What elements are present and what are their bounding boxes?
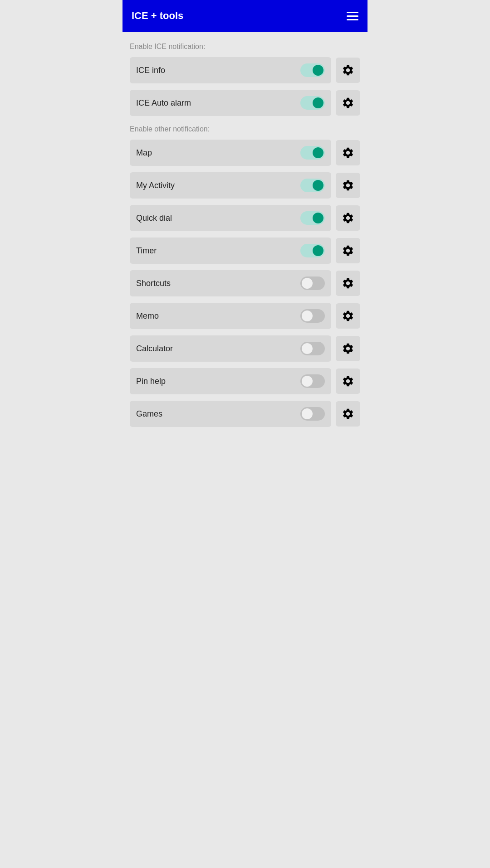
games-thumb bbox=[302, 408, 313, 419]
ice-auto-alarm-settings-button[interactable] bbox=[336, 90, 360, 116]
hamburger-line-3 bbox=[347, 19, 358, 20]
quick-dial-toggle[interactable] bbox=[300, 211, 325, 225]
timer-gear-icon bbox=[342, 244, 354, 257]
calculator-toggle[interactable] bbox=[300, 342, 325, 355]
my-activity-settings-button[interactable] bbox=[336, 173, 360, 198]
map-toggle[interactable] bbox=[300, 146, 325, 160]
calculator-gear-icon bbox=[342, 342, 354, 355]
ice-info-row: ICE info bbox=[130, 57, 360, 83]
my-activity-toggle[interactable] bbox=[300, 179, 325, 192]
my-activity-label: My Activity bbox=[136, 181, 175, 190]
calculator-thumb bbox=[302, 343, 313, 354]
menu-button[interactable] bbox=[347, 12, 358, 20]
timer-label: Timer bbox=[136, 246, 157, 256]
my-activity-row: My Activity bbox=[130, 172, 360, 199]
pin-help-settings-button[interactable] bbox=[336, 369, 360, 394]
ice-notification-label: Enable ICE notification: bbox=[130, 43, 360, 51]
timer-settings-button[interactable] bbox=[336, 238, 360, 263]
memo-track bbox=[300, 309, 325, 323]
memo-row: Memo bbox=[130, 303, 360, 329]
map-settings-button[interactable] bbox=[336, 140, 360, 165]
timer-thumb bbox=[313, 245, 323, 256]
header: ICE + tools bbox=[122, 0, 368, 32]
pin-help-row: Pin help bbox=[130, 368, 360, 394]
app-container: ICE + tools Enable ICE notification: ICE… bbox=[122, 0, 368, 442]
calculator-track bbox=[300, 342, 325, 355]
calculator-label: Calculator bbox=[136, 344, 173, 354]
my-activity-thumb bbox=[313, 180, 323, 191]
map-thumb bbox=[313, 147, 323, 158]
map-track bbox=[300, 146, 325, 160]
ice-info-gear-icon bbox=[342, 64, 354, 77]
games-toggle[interactable] bbox=[300, 407, 325, 421]
pin-help-toggle[interactable] bbox=[300, 374, 325, 388]
ice-info-track bbox=[300, 63, 325, 77]
content-area: Enable ICE notification: ICE info bbox=[122, 32, 368, 442]
map-label: Map bbox=[136, 148, 152, 158]
pin-help-label: Pin help bbox=[136, 377, 166, 386]
my-activity-track bbox=[300, 179, 325, 192]
ice-auto-alarm-row: ICE Auto alarm bbox=[130, 90, 360, 116]
shortcuts-gear-icon bbox=[342, 277, 354, 290]
quick-dial-row: Quick dial bbox=[130, 205, 360, 231]
quick-dial-toggle-row: Quick dial bbox=[130, 205, 331, 231]
memo-label: Memo bbox=[136, 311, 159, 321]
map-row: Map bbox=[130, 140, 360, 166]
map-toggle-row: Map bbox=[130, 140, 331, 166]
memo-thumb bbox=[302, 310, 313, 321]
pin-help-toggle-row: Pin help bbox=[130, 368, 331, 394]
ice-info-settings-button[interactable] bbox=[336, 58, 360, 83]
hamburger-line-2 bbox=[347, 15, 358, 17]
shortcuts-toggle[interactable] bbox=[300, 276, 325, 290]
my-activity-toggle-row: My Activity bbox=[130, 172, 331, 199]
shortcuts-toggle-row: Shortcuts bbox=[130, 270, 331, 296]
ice-auto-alarm-gear-icon bbox=[342, 97, 354, 109]
map-gear-icon bbox=[342, 146, 354, 159]
quick-dial-label: Quick dial bbox=[136, 213, 172, 223]
ice-auto-alarm-toggle-row: ICE Auto alarm bbox=[130, 90, 331, 116]
quick-dial-settings-button[interactable] bbox=[336, 205, 360, 231]
hamburger-line-1 bbox=[347, 12, 358, 13]
games-gear-icon bbox=[342, 407, 354, 420]
games-toggle-row: Games bbox=[130, 401, 331, 427]
pin-help-thumb bbox=[302, 376, 313, 387]
ice-auto-alarm-track bbox=[300, 96, 325, 110]
timer-row: Timer bbox=[130, 238, 360, 264]
ice-info-toggle-row: ICE info bbox=[130, 57, 331, 83]
calculator-settings-button[interactable] bbox=[336, 336, 360, 361]
memo-gear-icon bbox=[342, 310, 354, 322]
quick-dial-thumb bbox=[313, 213, 323, 223]
app-title: ICE + tools bbox=[132, 10, 183, 22]
ice-auto-alarm-label: ICE Auto alarm bbox=[136, 98, 191, 108]
games-label: Games bbox=[136, 409, 162, 419]
ice-info-thumb bbox=[313, 65, 323, 76]
games-track bbox=[300, 407, 325, 421]
timer-track bbox=[300, 244, 325, 257]
memo-toggle[interactable] bbox=[300, 309, 325, 323]
my-activity-gear-icon bbox=[342, 179, 354, 192]
ice-auto-alarm-thumb bbox=[313, 97, 323, 108]
pin-help-track bbox=[300, 374, 325, 388]
shortcuts-label: Shortcuts bbox=[136, 279, 171, 288]
ice-info-toggle[interactable] bbox=[300, 63, 325, 77]
ice-info-label: ICE info bbox=[136, 66, 165, 75]
memo-toggle-row: Memo bbox=[130, 303, 331, 329]
calculator-toggle-row: Calculator bbox=[130, 335, 331, 362]
pin-help-gear-icon bbox=[342, 375, 354, 388]
quick-dial-track bbox=[300, 211, 325, 225]
ice-auto-alarm-toggle[interactable] bbox=[300, 96, 325, 110]
games-row: Games bbox=[130, 401, 360, 427]
calculator-row: Calculator bbox=[130, 335, 360, 362]
shortcuts-track bbox=[300, 276, 325, 290]
timer-toggle[interactable] bbox=[300, 244, 325, 257]
timer-toggle-row: Timer bbox=[130, 238, 331, 264]
other-notification-label: Enable other notification: bbox=[130, 125, 360, 133]
shortcuts-row: Shortcuts bbox=[130, 270, 360, 296]
shortcuts-settings-button[interactable] bbox=[336, 271, 360, 296]
quick-dial-gear-icon bbox=[342, 212, 354, 224]
shortcuts-thumb bbox=[302, 278, 313, 289]
games-settings-button[interactable] bbox=[336, 401, 360, 427]
memo-settings-button[interactable] bbox=[336, 303, 360, 329]
